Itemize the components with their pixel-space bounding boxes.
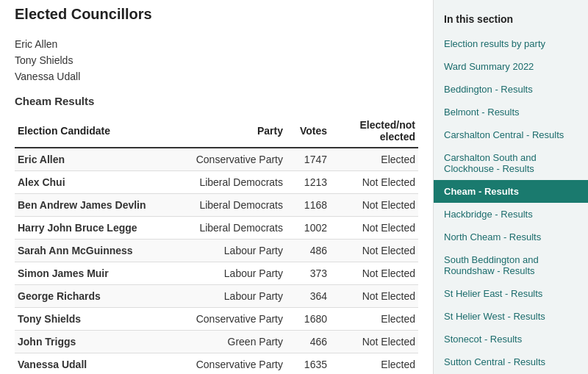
table-row: Harry John Bruce LeggeLiberal Democrats1… [15,217,418,240]
cell-candidate: Sarah Ann McGuinness [15,240,190,262]
councillor-name: Vanessa Udall [15,68,418,84]
cell-votes: 466 [286,331,330,353]
table-row: Eric AllenConservative Party1747Elected [15,148,418,171]
col-header-elected: Elected/not elected [330,115,418,148]
cell-candidate: Simon James Muir [15,262,190,285]
cell-votes: 1680 [286,308,330,331]
sidebar-item-11[interactable]: St Helier West - Results [434,305,588,328]
cell-votes: 364 [286,285,330,308]
sidebar-item-9[interactable]: South Beddington and Roundshaw - Results [434,248,588,282]
cell-elected: Not Elected [330,194,418,217]
sidebar-item-13[interactable]: Sutton Central - Results [434,350,588,373]
table-row: Vanessa UdallConservative Party1635Elect… [15,353,418,375]
cell-elected: Elected [330,353,418,375]
cell-party: Liberal Democrats [190,171,286,194]
cell-party: Green Party [190,331,286,353]
table-header-row: Election Candidate Party Votes Elected/n… [15,115,418,148]
councillor-name: Tony Shields [15,52,418,68]
cell-party: Labour Party [190,285,286,308]
cell-elected: Elected [330,148,418,171]
sidebar-item-1[interactable]: Ward Summary 2022 [434,55,588,78]
cell-votes: 1168 [286,194,330,217]
table-row: Alex ChuiLiberal Democrats1213Not Electe… [15,171,418,194]
table-row: John TriggsGreen Party466Not Elected [15,331,418,353]
cell-votes: 1747 [286,148,330,171]
cell-elected: Not Elected [330,240,418,262]
cell-votes: 1635 [286,353,330,375]
sidebar-item-2[interactable]: Beddington - Results [434,78,588,101]
sidebar-item-4[interactable]: Carshalton Central - Results [434,123,588,146]
cell-votes: 486 [286,240,330,262]
cell-party: Conservative Party [190,308,286,331]
col-header-candidate: Election Candidate [15,115,190,148]
cell-votes: 1213 [286,171,330,194]
cell-candidate: Tony Shields [15,308,190,331]
sidebar: In this section Election results by part… [434,0,588,374]
cell-candidate: Vanessa Udall [15,353,190,375]
cell-candidate: Alex Chui [15,171,190,194]
sidebar-item-12[interactable]: Stonecot - Results [434,328,588,350]
cell-party: Liberal Democrats [190,217,286,240]
sidebar-item-6[interactable]: Cheam - Results [434,180,588,203]
cell-candidate: George Richards [15,285,190,308]
cell-candidate: Harry John Bruce Legge [15,217,190,240]
cell-votes: 373 [286,262,330,285]
cell-party: Labour Party [190,262,286,285]
cell-votes: 1002 [286,217,330,240]
sidebar-item-7[interactable]: Hackbridge - Results [434,203,588,226]
cell-party: Conservative Party [190,353,286,375]
sidebar-item-5[interactable]: Carshalton South and Clockhouse - Result… [434,146,588,180]
sidebar-title: In this section [434,9,588,32]
section-heading: Cheam Results [15,95,418,107]
sidebar-item-8[interactable]: North Cheam - Results [434,226,588,248]
sidebar-item-0[interactable]: Election results by party [434,32,588,55]
cell-party: Liberal Democrats [190,194,286,217]
page-title: Elected Councillors [15,6,418,27]
table-row: George RichardsLabour Party364Not Electe… [15,285,418,308]
cell-candidate: Eric Allen [15,148,190,171]
councillor-name: Eric Allen [15,36,418,52]
cell-elected: Not Elected [330,171,418,194]
cell-elected: Elected [330,308,418,331]
table-row: Sarah Ann McGuinnessLabour Party486Not E… [15,240,418,262]
main-content: Elected Councillors Eric AllenTony Shiel… [0,0,434,374]
sidebar-item-10[interactable]: St Helier East - Results [434,282,588,305]
cell-elected: Not Elected [330,262,418,285]
cell-party: Labour Party [190,240,286,262]
results-table: Election Candidate Party Votes Elected/n… [15,115,418,374]
cell-candidate: Ben Andrew James Devlin [15,194,190,217]
councillors-list: Eric AllenTony ShieldsVanessa Udall [15,36,418,84]
cell-elected: Not Elected [330,331,418,353]
cell-elected: Not Elected [330,217,418,240]
table-row: Ben Andrew James DevlinLiberal Democrats… [15,194,418,217]
cell-party: Conservative Party [190,148,286,171]
table-row: Tony ShieldsConservative Party1680Electe… [15,308,418,331]
cell-candidate: John Triggs [15,331,190,353]
cell-elected: Not Elected [330,285,418,308]
table-row: Simon James MuirLabour Party373Not Elect… [15,262,418,285]
col-header-party: Party [190,115,286,148]
sidebar-item-3[interactable]: Belmont - Results [434,101,588,123]
col-header-votes: Votes [286,115,330,148]
